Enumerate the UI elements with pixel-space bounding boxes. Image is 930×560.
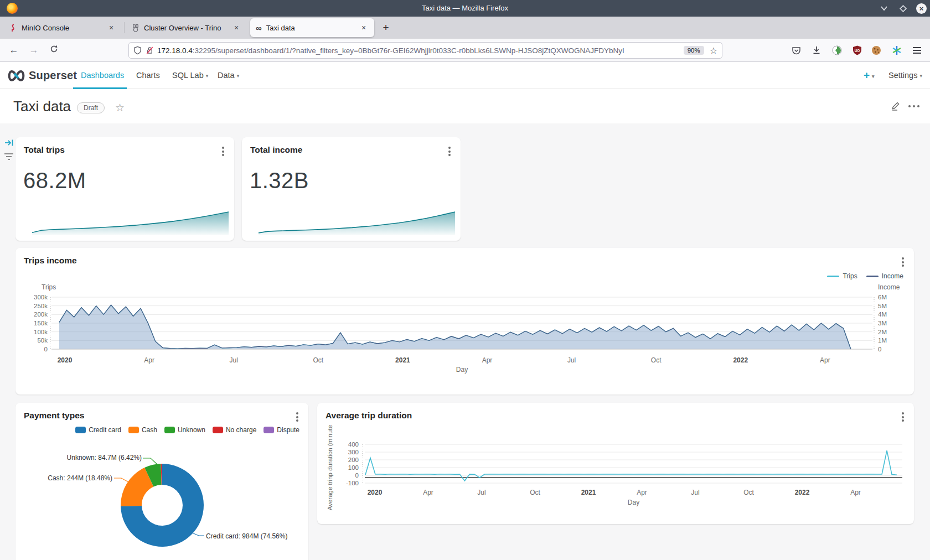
card-trips-income: Trips income TripsIncome 300k6M250k5M200… bbox=[16, 248, 914, 395]
axis-tick-label: Jul bbox=[477, 489, 485, 496]
tab-taxi-data-active[interactable]: ∞ Taxi data × bbox=[250, 18, 374, 37]
axis-tick-label: 3M bbox=[878, 320, 887, 326]
axis-tick-label: Apr bbox=[820, 356, 830, 364]
downloads-icon[interactable] bbox=[811, 45, 822, 56]
nav-item-data[interactable]: Data▾ bbox=[210, 62, 247, 89]
edit-dashboard-icon[interactable] bbox=[890, 100, 902, 112]
card-avg-trip-duration: Average trip duration 4003002001000-100A… bbox=[317, 403, 914, 524]
browser-toolbar: ← → 172.18.0.4:32295/superset/dashboard/… bbox=[0, 39, 930, 62]
big-number-value: 1.32B bbox=[250, 168, 309, 193]
axis-tick-label: Apr bbox=[637, 489, 647, 496]
forward-button[interactable]: → bbox=[27, 43, 41, 58]
axis-tick-label: 5M bbox=[878, 303, 887, 309]
superset-logo-icon bbox=[6, 69, 27, 82]
axis-tick-label: 2020 bbox=[58, 356, 73, 364]
tab-label: Taxi data bbox=[266, 24, 353, 32]
y-axis-label: Average trinp duration (minute bbox=[327, 425, 333, 511]
chevron-down-icon: ▾ bbox=[237, 73, 240, 79]
axis-tick-label: Jul bbox=[567, 356, 576, 364]
axis-tick-label: 2022 bbox=[795, 489, 810, 496]
settings-menu[interactable]: Settings▾ bbox=[888, 62, 922, 89]
axis-tick-label: Apr bbox=[850, 489, 861, 496]
trips-income-chart: 300k6M250k5M200k4M150k3M100k2M50k1M00Tri… bbox=[16, 248, 914, 395]
filter-icon[interactable] bbox=[4, 152, 14, 162]
menu-hamburger-icon[interactable] bbox=[911, 45, 922, 56]
axis-tick-label: 2020 bbox=[368, 489, 383, 496]
tab-minio-console[interactable]: MinIO Console × bbox=[4, 18, 122, 37]
card-payment-types: Payment types Credit cardCashUnknownNo c… bbox=[16, 403, 308, 560]
tab-separator bbox=[124, 22, 125, 33]
axis-tick-label: Income bbox=[878, 283, 900, 291]
chart-options-kebab-icon[interactable] bbox=[447, 146, 452, 157]
axis-tick-label: 4M bbox=[878, 311, 887, 318]
tab-close-icon[interactable]: × bbox=[231, 23, 241, 33]
tab-label: Cluster Overview - Trino bbox=[144, 24, 226, 32]
window-close-icon[interactable]: × bbox=[916, 3, 927, 14]
bookmark-star-icon[interactable]: ☆ bbox=[710, 45, 717, 56]
axis-tick-label: Day bbox=[628, 499, 639, 506]
url-bar[interactable]: 172.18.0.4:32295/superset/dashboard/1/?n… bbox=[128, 42, 722, 59]
draft-badge: Draft bbox=[77, 102, 105, 113]
pie-callout-line bbox=[114, 478, 130, 483]
new-item-button[interactable]: +▾ bbox=[864, 69, 875, 81]
lock-insecure-icon[interactable] bbox=[146, 46, 154, 55]
superset-icon: ∞ bbox=[256, 24, 262, 32]
axis-tick-label: Apr bbox=[423, 489, 433, 496]
axis-tick-label: Apr bbox=[482, 356, 493, 364]
shield-icon[interactable] bbox=[133, 46, 142, 55]
nav-item-dashboards[interactable]: Dashboards bbox=[73, 62, 132, 89]
axis-tick-label: 400 bbox=[348, 441, 359, 448]
axis-tick-label: Oct bbox=[743, 489, 754, 496]
axis-tick-label: Trips bbox=[42, 283, 56, 291]
trino-icon bbox=[132, 24, 140, 32]
extension-asterisk-icon[interactable] bbox=[891, 45, 902, 56]
chevron-down-icon: ▾ bbox=[206, 73, 209, 79]
favorite-star-icon[interactable]: ☆ bbox=[115, 101, 125, 114]
axis-tick-label: Apr bbox=[144, 356, 154, 364]
card-total-trips: Total trips 68.2M bbox=[16, 137, 234, 241]
pie-callout-unknown: Unknown: 84.7M (6.42%) bbox=[49, 454, 142, 462]
zoom-level-badge[interactable]: 90% bbox=[684, 46, 704, 55]
axis-tick-label: Jul bbox=[691, 489, 699, 496]
url-path: :32295/superset/dashboard/1/?native_filt… bbox=[193, 46, 624, 55]
axis-tick-label: 100 bbox=[348, 464, 359, 471]
pocket-icon[interactable] bbox=[790, 45, 802, 56]
avg-trip-duration-chart: 4003002001000-100Average trinp duration … bbox=[317, 403, 914, 524]
axis-tick-label: 0 bbox=[44, 346, 48, 352]
axis-tick-label: -100 bbox=[346, 480, 359, 486]
url-host: 172.18.0.4 bbox=[157, 46, 193, 55]
tab-bar: MinIO Console × Cluster Overview - Trino… bbox=[0, 17, 930, 39]
axis-tick-label: 2021 bbox=[581, 489, 596, 496]
window-maximize-icon[interactable] bbox=[897, 3, 908, 14]
axis-tick-label: 2021 bbox=[395, 356, 410, 364]
tab-close-icon[interactable]: × bbox=[359, 23, 369, 33]
window-title: Taxi data — Mozilla Firefox bbox=[0, 0, 930, 17]
axis-tick-label: Oct bbox=[313, 356, 323, 364]
chevron-down-icon: ▾ bbox=[919, 73, 922, 79]
tab-close-icon[interactable]: × bbox=[106, 23, 116, 33]
extension-shield-icon[interactable]: UO bbox=[851, 45, 862, 56]
new-tab-button[interactable]: + bbox=[379, 21, 393, 35]
svg-text:UO: UO bbox=[854, 49, 860, 53]
trendline-chart bbox=[32, 210, 229, 235]
extension-green-icon[interactable] bbox=[831, 45, 843, 56]
cookie-extension-icon[interactable] bbox=[871, 45, 882, 56]
nav-item-sql-lab[interactable]: SQL Lab▾ bbox=[164, 62, 216, 89]
tab-label: MinIO Console bbox=[22, 24, 101, 32]
window-minimize-icon[interactable] bbox=[879, 3, 890, 14]
expand-filter-bar-icon[interactable] bbox=[4, 138, 14, 148]
back-button[interactable]: ← bbox=[7, 43, 21, 58]
chart-options-kebab-icon[interactable] bbox=[221, 146, 225, 157]
nav-item-charts[interactable]: Charts bbox=[128, 62, 168, 89]
axis-tick-label: 250k bbox=[34, 303, 48, 309]
axis-tick-label: Day bbox=[456, 366, 468, 374]
reload-button[interactable] bbox=[46, 43, 61, 58]
chart-title: Total trips bbox=[24, 145, 65, 155]
dashboard-more-menu-icon[interactable] bbox=[908, 105, 919, 107]
tab-trino[interactable]: Cluster Overview - Trino × bbox=[126, 18, 247, 37]
axis-tick-label: Jul bbox=[230, 356, 238, 364]
axis-tick-label: 1M bbox=[878, 337, 887, 344]
pie-callout-credit-card: Credit card: 984M (74.56%) bbox=[206, 532, 287, 540]
axis-tick-label: 150k bbox=[34, 320, 48, 326]
axis-tick-label: 2M bbox=[878, 329, 887, 335]
